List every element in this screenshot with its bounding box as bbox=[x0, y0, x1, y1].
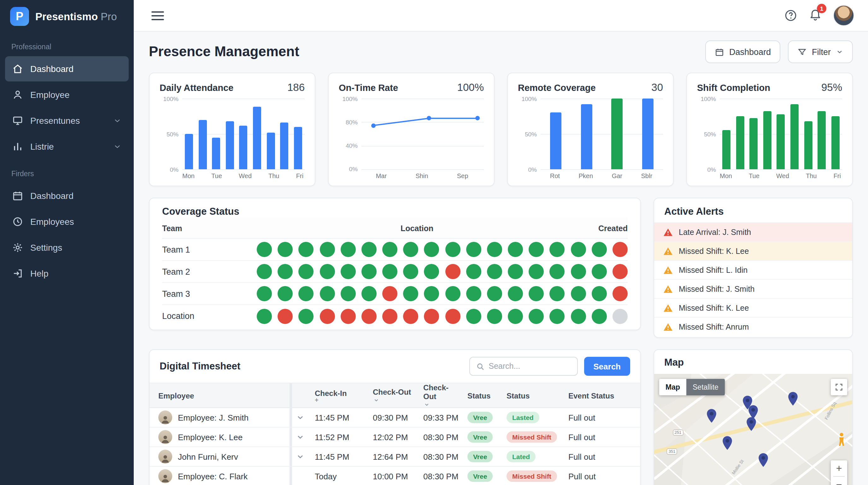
alert-item[interactable]: Missed Shift: Anrum bbox=[654, 317, 852, 336]
status-dot bbox=[424, 286, 439, 301]
search-field[interactable] bbox=[469, 357, 578, 376]
sidebar-item-settings[interactable]: Settings bbox=[5, 235, 129, 260]
coverage-title: Coverage Status bbox=[162, 206, 628, 217]
x-axis-labels: MonTueWedThuFri bbox=[182, 172, 303, 179]
chart-plot bbox=[540, 98, 663, 169]
bar bbox=[226, 121, 234, 169]
filter-icon bbox=[797, 47, 807, 57]
sidebar-item-label: Settings bbox=[30, 242, 62, 253]
sidebar-item-help[interactable]: Help bbox=[5, 261, 129, 286]
dashboard-button[interactable]: Dashboard bbox=[705, 40, 780, 63]
table-row[interactable]: Employee: C. Flark Today 10:00 PM 08:30 … bbox=[150, 467, 640, 485]
alert-item[interactable]: Late Arrival: J. Smith bbox=[654, 222, 852, 241]
brand-name: Presentismo Pro bbox=[35, 10, 117, 22]
status-dot bbox=[445, 286, 460, 301]
column-header-check-in[interactable]: Check-In+ bbox=[311, 389, 369, 403]
bar bbox=[199, 120, 207, 169]
bar bbox=[750, 118, 758, 169]
sort-desc-icon[interactable] bbox=[423, 401, 430, 408]
status-badge-2: Missed Shift bbox=[506, 431, 557, 443]
map-view-button[interactable]: Map bbox=[659, 379, 686, 395]
y-axis-labels: 100%50%0% bbox=[697, 98, 716, 169]
fullscreen-button[interactable] bbox=[831, 379, 847, 395]
sidebar-item-presentunes[interactable]: Presentunes bbox=[5, 108, 129, 133]
sort-desc-icon[interactable] bbox=[373, 397, 380, 403]
status-dot bbox=[257, 264, 272, 279]
filter-button-label: Filter bbox=[812, 47, 831, 57]
bar bbox=[253, 107, 261, 169]
sidebar-item-label: Listrie bbox=[30, 141, 54, 151]
search-input[interactable] bbox=[489, 362, 570, 371]
brand[interactable]: P Presentismo Pro bbox=[0, 0, 134, 33]
sidebar-item-dashboard[interactable]: Dashboard bbox=[5, 56, 129, 82]
app-root: P Presentismo Pro Professional Dashboard… bbox=[0, 0, 868, 485]
person-icon bbox=[160, 414, 170, 424]
user-icon bbox=[12, 89, 23, 101]
gridline bbox=[182, 169, 305, 170]
dashboard-button-label: Dashboard bbox=[729, 47, 771, 57]
sidebar-item-label: Dashboard bbox=[30, 191, 73, 201]
table-row[interactable]: Employee: J. Smith 11:45 PM 09:30 PM 09:… bbox=[150, 408, 640, 428]
map-canvas[interactable]: 251801351Follins SqMollie St bbox=[654, 374, 852, 485]
status-dot bbox=[613, 264, 628, 279]
hamburger-menu-icon[interactable] bbox=[151, 11, 164, 20]
person-icon bbox=[160, 434, 170, 444]
notifications-button[interactable]: 1 bbox=[809, 7, 822, 23]
timesheet-body: Employee: J. Smith 11:45 PM 09:30 PM 09:… bbox=[150, 408, 640, 485]
sidebar-item-employees[interactable]: Employees bbox=[5, 209, 129, 234]
alert-text: Missed Shift: K. Lee bbox=[679, 304, 749, 312]
map-pin-icon[interactable] bbox=[722, 436, 733, 450]
sort-asc-icon[interactable]: + bbox=[315, 398, 365, 403]
line-point bbox=[427, 116, 431, 121]
bar bbox=[763, 111, 772, 169]
table-row[interactable]: John Furni, Kerv 11:45 PM 12:64 PM 08:30… bbox=[150, 447, 640, 467]
status-dot bbox=[299, 242, 314, 257]
column-header-check-out[interactable]: Check-Out bbox=[420, 383, 464, 408]
map-pin-icon[interactable] bbox=[707, 409, 717, 423]
status-dot bbox=[424, 309, 439, 324]
zoom-in-button[interactable]: + bbox=[831, 460, 847, 476]
page-content: Presence Management Dashboard Filter bbox=[134, 32, 868, 485]
employee-name: John Furni, Kerv bbox=[178, 452, 238, 461]
sidebar-item-dashboard[interactable]: Dashboard bbox=[5, 183, 129, 208]
satellite-view-button[interactable]: Setallite bbox=[686, 379, 725, 395]
pegman-icon[interactable] bbox=[837, 433, 846, 447]
map-pin-icon[interactable] bbox=[758, 453, 768, 467]
column-header-check-out[interactable]: Check-Out bbox=[369, 388, 420, 403]
alert-item[interactable]: Missed Shift: K. Lee bbox=[654, 241, 852, 260]
map-pin-icon[interactable] bbox=[788, 392, 798, 406]
alert-item[interactable]: Missed Shift: K. Lee bbox=[654, 298, 852, 317]
event-status: Pull out bbox=[565, 467, 640, 485]
status-dot bbox=[613, 242, 628, 257]
alert-item[interactable]: Missed Shift: J. Smith bbox=[654, 279, 852, 298]
zoom-out-button[interactable]: − bbox=[831, 477, 847, 485]
help-icon[interactable] bbox=[784, 9, 797, 22]
user-avatar[interactable] bbox=[833, 5, 854, 26]
sidebar-item-listrie[interactable]: Listrie bbox=[5, 134, 129, 159]
monitor-icon bbox=[12, 115, 23, 126]
status-dot bbox=[529, 242, 544, 257]
event-status: Full out bbox=[565, 447, 640, 466]
sidebar-item-employee[interactable]: Employee bbox=[5, 82, 129, 107]
column-header-location: Location bbox=[257, 224, 577, 233]
alert-text: Missed Shift: Anrum bbox=[679, 322, 749, 331]
bar bbox=[293, 127, 302, 169]
search-button[interactable]: Search bbox=[584, 357, 630, 376]
map-pin-icon[interactable] bbox=[746, 417, 756, 431]
column-header-status[interactable]: Status bbox=[503, 391, 565, 400]
filter-button[interactable]: Filter bbox=[788, 40, 853, 63]
column-header-status[interactable]: Status bbox=[464, 391, 503, 400]
expand-row-icon[interactable] bbox=[296, 413, 305, 422]
brand-name-bold: Presentismo bbox=[35, 10, 98, 22]
expand-row-icon[interactable] bbox=[296, 452, 305, 461]
alert-item[interactable]: Missed Shift: L. Idin bbox=[654, 260, 852, 279]
column-header-event-status[interactable]: Event Status bbox=[565, 391, 640, 400]
expand-row-icon[interactable] bbox=[296, 433, 305, 441]
stat-card-title: Daily Attendance bbox=[160, 83, 234, 93]
table-row[interactable]: Employee: K. Lee 11:52 PM 12:02 PM 08:30… bbox=[150, 428, 640, 447]
check-in-time: Today bbox=[311, 467, 369, 485]
warning-icon bbox=[663, 303, 673, 313]
column-header-employee[interactable]: Employee bbox=[150, 383, 292, 408]
coverage-row: Team 1 bbox=[162, 239, 628, 261]
employee-avatar bbox=[158, 410, 172, 424]
